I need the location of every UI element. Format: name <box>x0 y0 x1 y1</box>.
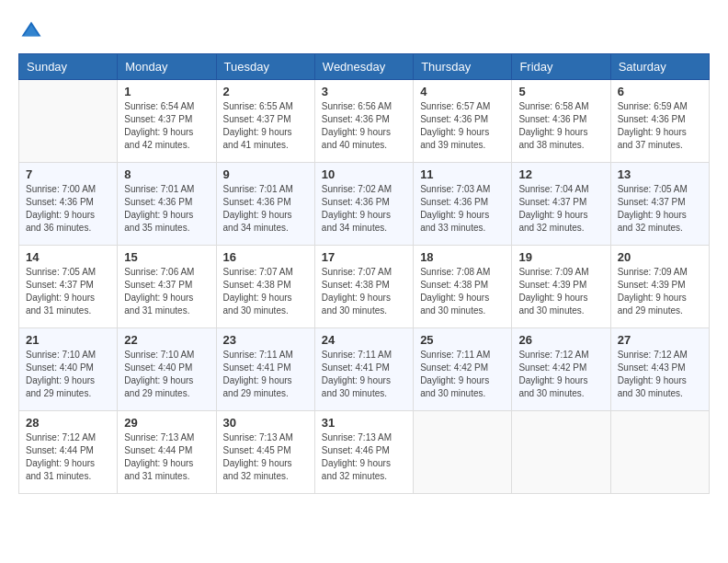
calendar-day-cell: 29Sunrise: 7:13 AMSunset: 4:44 PMDayligh… <box>118 411 216 494</box>
day-number: 6 <box>618 85 702 98</box>
day-number: 24 <box>322 333 406 347</box>
calendar-day-cell <box>414 411 512 494</box>
day-info: Sunrise: 7:00 AMSunset: 4:36 PMDaylight:… <box>26 183 110 235</box>
day-number: 26 <box>518 333 603 347</box>
calendar-day-cell: 2Sunrise: 6:55 AMSunset: 4:37 PMDaylight… <box>216 80 314 163</box>
calendar-day-header: Thursday <box>414 54 512 80</box>
day-info: Sunrise: 6:55 AMSunset: 4:37 PMDaylight:… <box>223 100 308 152</box>
calendar-day-cell: 15Sunrise: 7:06 AMSunset: 4:37 PMDayligh… <box>118 246 216 328</box>
calendar-day-cell: 30Sunrise: 7:13 AMSunset: 4:45 PMDayligh… <box>216 411 314 494</box>
day-number: 15 <box>124 250 209 264</box>
day-info: Sunrise: 7:07 AMSunset: 4:38 PMDaylight:… <box>223 266 308 317</box>
day-info: Sunrise: 7:08 AMSunset: 4:38 PMDaylight:… <box>420 266 505 317</box>
day-info: Sunrise: 6:56 AMSunset: 4:36 PMDaylight:… <box>322 100 406 152</box>
calendar-day-cell <box>19 80 118 163</box>
calendar-day-header: Wednesday <box>314 54 413 80</box>
day-number: 11 <box>420 167 505 181</box>
day-number: 2 <box>223 85 308 98</box>
day-number: 18 <box>420 250 505 264</box>
calendar-day-cell: 9Sunrise: 7:01 AMSunset: 4:36 PMDaylight… <box>216 163 314 246</box>
calendar-week-row: 7Sunrise: 7:00 AMSunset: 4:36 PMDaylight… <box>19 163 710 246</box>
day-info: Sunrise: 7:09 AMSunset: 4:39 PMDaylight:… <box>618 266 702 317</box>
day-info: Sunrise: 7:10 AMSunset: 4:40 PMDaylight:… <box>124 349 209 400</box>
calendar-day-cell: 19Sunrise: 7:09 AMSunset: 4:39 PMDayligh… <box>512 246 610 328</box>
calendar-day-cell: 17Sunrise: 7:07 AMSunset: 4:38 PMDayligh… <box>314 246 413 328</box>
day-number: 23 <box>223 333 308 347</box>
day-info: Sunrise: 7:03 AMSunset: 4:36 PMDaylight:… <box>420 183 505 235</box>
calendar-day-cell: 12Sunrise: 7:04 AMSunset: 4:37 PMDayligh… <box>512 163 610 246</box>
day-number: 20 <box>618 250 702 264</box>
calendar-day-cell: 11Sunrise: 7:03 AMSunset: 4:36 PMDayligh… <box>414 163 512 246</box>
day-info: Sunrise: 7:06 AMSunset: 4:37 PMDaylight:… <box>124 266 209 317</box>
day-info: Sunrise: 7:04 AMSunset: 4:37 PMDaylight:… <box>518 183 603 235</box>
calendar-day-header: Tuesday <box>216 54 314 80</box>
day-info: Sunrise: 6:54 AMSunset: 4:37 PMDaylight:… <box>124 100 209 152</box>
day-number: 30 <box>223 416 308 430</box>
day-number: 19 <box>518 250 603 264</box>
day-info: Sunrise: 7:12 AMSunset: 4:42 PMDaylight:… <box>518 349 603 400</box>
logo-icon <box>18 18 44 44</box>
calendar-day-header: Monday <box>118 54 216 80</box>
day-number: 29 <box>124 416 209 430</box>
calendar-day-cell: 31Sunrise: 7:13 AMSunset: 4:46 PMDayligh… <box>314 411 413 494</box>
day-number: 17 <box>322 250 406 264</box>
calendar-day-cell: 21Sunrise: 7:10 AMSunset: 4:40 PMDayligh… <box>19 328 118 411</box>
calendar-day-header: Saturday <box>610 54 709 80</box>
day-number: 25 <box>420 333 505 347</box>
day-number: 10 <box>322 167 406 181</box>
calendar-day-cell: 3Sunrise: 6:56 AMSunset: 4:36 PMDaylight… <box>314 80 413 163</box>
day-info: Sunrise: 6:59 AMSunset: 4:36 PMDaylight:… <box>618 100 702 152</box>
calendar-week-row: 28Sunrise: 7:12 AMSunset: 4:44 PMDayligh… <box>19 411 710 494</box>
calendar-day-cell: 26Sunrise: 7:12 AMSunset: 4:42 PMDayligh… <box>512 328 610 411</box>
calendar-week-row: 21Sunrise: 7:10 AMSunset: 4:40 PMDayligh… <box>19 328 710 411</box>
calendar-day-header: Friday <box>512 54 610 80</box>
day-number: 16 <box>223 250 308 264</box>
calendar-day-cell: 25Sunrise: 7:11 AMSunset: 4:42 PMDayligh… <box>414 328 512 411</box>
calendar-day-cell: 13Sunrise: 7:05 AMSunset: 4:37 PMDayligh… <box>610 163 709 246</box>
calendar-day-cell: 10Sunrise: 7:02 AMSunset: 4:36 PMDayligh… <box>314 163 413 246</box>
day-info: Sunrise: 7:09 AMSunset: 4:39 PMDaylight:… <box>518 266 603 317</box>
day-info: Sunrise: 7:13 AMSunset: 4:44 PMDaylight:… <box>124 431 209 483</box>
day-number: 3 <box>322 85 406 98</box>
day-number: 22 <box>124 333 209 347</box>
calendar-table: SundayMondayTuesdayWednesdayThursdayFrid… <box>18 53 710 494</box>
day-info: Sunrise: 7:02 AMSunset: 4:36 PMDaylight:… <box>322 183 406 235</box>
day-number: 31 <box>322 416 406 430</box>
day-info: Sunrise: 7:11 AMSunset: 4:41 PMDaylight:… <box>322 349 406 400</box>
day-info: Sunrise: 7:12 AMSunset: 4:43 PMDaylight:… <box>618 349 702 400</box>
day-number: 1 <box>124 85 209 98</box>
calendar-day-cell <box>512 411 610 494</box>
calendar-day-cell: 22Sunrise: 7:10 AMSunset: 4:40 PMDayligh… <box>118 328 216 411</box>
calendar-day-cell: 23Sunrise: 7:11 AMSunset: 4:41 PMDayligh… <box>216 328 314 411</box>
day-number: 8 <box>124 167 209 181</box>
day-number: 4 <box>420 85 505 98</box>
day-info: Sunrise: 7:01 AMSunset: 4:36 PMDaylight:… <box>223 183 308 235</box>
calendar-day-cell: 4Sunrise: 6:57 AMSunset: 4:36 PMDaylight… <box>414 80 512 163</box>
calendar-day-cell: 18Sunrise: 7:08 AMSunset: 4:38 PMDayligh… <box>414 246 512 328</box>
page-header <box>18 18 710 44</box>
calendar-day-cell <box>610 411 709 494</box>
calendar-day-header: Sunday <box>19 54 118 80</box>
day-info: Sunrise: 6:57 AMSunset: 4:36 PMDaylight:… <box>420 100 505 152</box>
calendar-day-cell: 5Sunrise: 6:58 AMSunset: 4:36 PMDaylight… <box>512 80 610 163</box>
day-info: Sunrise: 7:07 AMSunset: 4:38 PMDaylight:… <box>322 266 406 317</box>
day-info: Sunrise: 7:12 AMSunset: 4:44 PMDaylight:… <box>26 431 110 483</box>
day-info: Sunrise: 7:11 AMSunset: 4:41 PMDaylight:… <box>223 349 308 400</box>
day-number: 21 <box>26 333 110 347</box>
day-info: Sunrise: 7:05 AMSunset: 4:37 PMDaylight:… <box>618 183 702 235</box>
day-number: 7 <box>26 167 110 181</box>
day-number: 28 <box>26 416 110 430</box>
calendar-day-cell: 14Sunrise: 7:05 AMSunset: 4:37 PMDayligh… <box>19 246 118 328</box>
calendar-day-cell: 24Sunrise: 7:11 AMSunset: 4:41 PMDayligh… <box>314 328 413 411</box>
calendar-day-cell: 7Sunrise: 7:00 AMSunset: 4:36 PMDaylight… <box>19 163 118 246</box>
calendar-day-cell: 6Sunrise: 6:59 AMSunset: 4:36 PMDaylight… <box>610 80 709 163</box>
day-number: 5 <box>518 85 603 98</box>
day-info: Sunrise: 7:01 AMSunset: 4:36 PMDaylight:… <box>124 183 209 235</box>
calendar-week-row: 1Sunrise: 6:54 AMSunset: 4:37 PMDaylight… <box>19 80 710 163</box>
day-number: 27 <box>618 333 702 347</box>
day-info: Sunrise: 7:13 AMSunset: 4:46 PMDaylight:… <box>322 431 406 483</box>
day-info: Sunrise: 7:10 AMSunset: 4:40 PMDaylight:… <box>26 349 110 400</box>
logo <box>18 18 48 44</box>
calendar-header-row: SundayMondayTuesdayWednesdayThursdayFrid… <box>19 54 710 80</box>
day-info: Sunrise: 6:58 AMSunset: 4:36 PMDaylight:… <box>518 100 603 152</box>
